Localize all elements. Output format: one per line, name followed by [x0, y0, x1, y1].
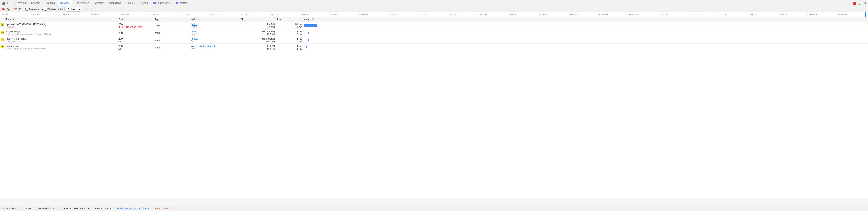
waterfall-bar [308, 39, 309, 41]
time-primary: 89 ms [277, 23, 302, 26]
time-primary: 4 ms [277, 37, 302, 40]
timeline-marker: 6500 ms [360, 14, 389, 16]
col-header-status[interactable]: Status [119, 18, 125, 21]
tab-profiler[interactable]: ⬤ Profiler [173, 0, 190, 6]
tab-application[interactable]: Application [106, 0, 124, 6]
cell-waterfall [303, 36, 868, 44]
tab-components[interactable]: ⬤ Components [151, 0, 173, 6]
import-har-button[interactable]: ⇧ [84, 7, 88, 11]
table-row[interactable]: JS jquery-3.4.1.min.js code.jquery.com 2… [0, 36, 868, 44]
timeline-marker: 10500 ms [598, 14, 628, 16]
waterfall-bar-wrap [304, 22, 867, 28]
cell-time: 4 ms 2 ms [276, 44, 303, 51]
col-header-name[interactable]: Name ▲ [5, 18, 15, 21]
initiator-sub: Script [191, 47, 239, 50]
initiator-link[interactable]: (index) [191, 37, 239, 40]
timeline-bar: 500 ms1000 ms1500 ms2000 ms2500 ms3000 m… [0, 12, 868, 17]
type-value: script [155, 46, 189, 49]
col-header-size[interactable]: Size [241, 18, 245, 21]
tab-audits[interactable]: Audits [138, 0, 151, 6]
svg-point-9 [20, 8, 21, 10]
timeline-marker: 2500 ms [121, 14, 150, 16]
tab-security[interactable]: Security [124, 0, 138, 6]
col-header-time[interactable]: Time [277, 18, 282, 21]
inspect-icon[interactable] [1, 1, 5, 5]
throttle-select-wrap: Online Fast 3G Slow 3G Offline [66, 7, 81, 11]
timeline-marker: 12500 ms [718, 14, 747, 16]
table-body: JS application-509266334ad19783f4ef.js /… [0, 22, 868, 198]
preserve-log-checkbox[interactable]: Preserve log [25, 8, 43, 11]
svg-rect-0 [2, 2, 3, 3]
tab-performance[interactable]: Performance [72, 0, 92, 6]
initiator-link[interactable]: injectGlobalHook.js:30 [191, 45, 239, 47]
timeline-marker: 2000 ms [90, 14, 120, 16]
filename: application-509266334ad19783f4ef.js [6, 23, 117, 26]
time-primary: 4 ms [277, 45, 302, 47]
file-type-icon: JS [0, 29, 5, 36]
timeline-marker: 3000 ms [150, 14, 180, 16]
record-button[interactable] [1, 7, 5, 11]
settings-icon[interactable]: ⚙ [863, 1, 867, 5]
waterfall-bar [308, 32, 309, 34]
waterfall-bar [306, 46, 307, 49]
tab-network[interactable]: Network [58, 0, 72, 6]
initiator-sub: Parser [191, 40, 239, 43]
timeline-marker: 9000 ms [508, 14, 538, 16]
table-header-row: Name ▲ Status Type Initiator Size [0, 17, 868, 22]
waterfall-bar-wrap [304, 37, 867, 43]
svg-rect-1 [3, 2, 4, 3]
size-secondary: 125 KB [241, 33, 275, 35]
table-row[interactable]: JS backend.js fmkadmapgofadopljbjfkapdko… [0, 44, 868, 51]
tab-memory[interactable]: Memory [92, 0, 106, 6]
timeline-marker: 7000 ms [389, 14, 419, 16]
initiator-sub: Parser [191, 33, 239, 35]
tab-sources[interactable]: Sources [43, 0, 57, 6]
tab-elements[interactable]: Elements [13, 0, 29, 6]
filepath: /packs/js [6, 26, 117, 28]
timeline-marker: 6000 ms [330, 14, 360, 16]
time-secondary: 2 ms [277, 33, 302, 35]
table-row[interactable]: JS swiper.min.js cdnjs.cloudflare.com/aj… [0, 29, 868, 36]
cell-status: 200 OK [118, 36, 154, 44]
cell-size: (disk cache) 86.1 KB [240, 36, 276, 44]
size-primary: 149 KB [241, 45, 275, 47]
cell-initiator: (index) Parser [190, 36, 240, 44]
timeline-cursor [865, 12, 866, 17]
file-type-icon: JS [0, 36, 5, 44]
export-har-button[interactable]: ⇩ [89, 7, 93, 11]
filter-icon[interactable] [13, 7, 18, 11]
timeline-marker: 8000 ms [449, 14, 479, 16]
initiator-link[interactable]: (index) [191, 23, 239, 26]
timeline-marker: 13000 ms [748, 14, 778, 16]
tab-console[interactable]: Console [29, 0, 43, 6]
file-type-icon: JS [0, 44, 5, 51]
filename: jquery-3.4.1.min.js [6, 37, 117, 40]
size-primary: 2.4 MB [241, 23, 275, 26]
more-options-icon[interactable]: ⋮ [857, 1, 862, 5]
device-icon[interactable] [6, 1, 11, 5]
waterfall-bar-wrap [304, 44, 867, 50]
filepath: cdnjs.cloudflare.com/ajax/libs/Swiper/4.… [6, 33, 117, 35]
size-secondary: 2.4 MB [241, 26, 275, 28]
initiator-link[interactable]: (index) [191, 30, 239, 33]
col-header-waterfall[interactable]: Waterfall [304, 18, 313, 21]
throttle-select[interactable]: Online Fast 3G Slow 3G Offline [66, 7, 81, 11]
col-header-initiator[interactable]: Initiator [191, 18, 199, 21]
cell-name: jquery-3.4.1.min.js code.jquery.com [5, 36, 118, 44]
clear-button[interactable] [6, 7, 10, 11]
col-header-type[interactable]: Type [155, 18, 160, 21]
disable-cache-checkbox[interactable]: Disable cache [44, 8, 63, 11]
timeline-marker: 8500 ms [479, 14, 508, 16]
search-icon[interactable] [18, 7, 22, 11]
status-code: 200 [119, 37, 153, 40]
cell-initiator: (index) Parser [190, 29, 240, 36]
size-primary: (disk cache) [241, 30, 275, 33]
time-primary: 4 ms [277, 30, 302, 33]
table-row[interactable]: JS application-509266334ad19783f4ef.js /… [0, 22, 868, 29]
cell-size: 2.4 MB 2.4 MB [240, 22, 276, 29]
type-value: script [155, 39, 189, 42]
cell-name: swiper.min.js cdnjs.cloudflare.com/ajax/… [5, 29, 118, 36]
timeline-marker: 3500 ms [180, 14, 210, 16]
status-code: 200 [119, 23, 153, 26]
timeline-marker: 9500 ms [539, 14, 568, 16]
